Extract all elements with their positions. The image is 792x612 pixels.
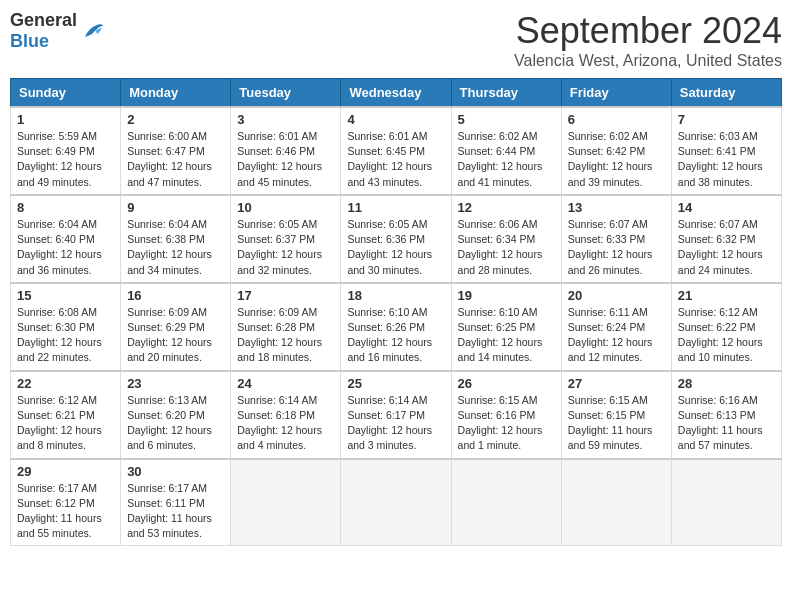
header-monday: Monday (121, 79, 231, 108)
table-row: 9Sunrise: 6:04 AM Sunset: 6:38 PM Daylig… (121, 195, 231, 283)
table-row: 5Sunrise: 6:02 AM Sunset: 6:44 PM Daylig… (451, 107, 561, 195)
day-number: 10 (237, 200, 334, 215)
day-number: 28 (678, 376, 775, 391)
day-number: 19 (458, 288, 555, 303)
table-row (451, 459, 561, 546)
table-row: 4Sunrise: 6:01 AM Sunset: 6:45 PM Daylig… (341, 107, 451, 195)
day-info: Sunrise: 6:09 AM Sunset: 6:29 PM Dayligh… (127, 305, 224, 366)
day-number: 9 (127, 200, 224, 215)
day-number: 11 (347, 200, 444, 215)
day-number: 29 (17, 464, 114, 479)
day-info: Sunrise: 6:10 AM Sunset: 6:26 PM Dayligh… (347, 305, 444, 366)
table-row: 15Sunrise: 6:08 AM Sunset: 6:30 PM Dayli… (11, 283, 121, 371)
day-number: 26 (458, 376, 555, 391)
day-number: 3 (237, 112, 334, 127)
table-row: 16Sunrise: 6:09 AM Sunset: 6:29 PM Dayli… (121, 283, 231, 371)
location-subtitle: Valencia West, Arizona, United States (514, 52, 782, 70)
day-info: Sunrise: 6:17 AM Sunset: 6:11 PM Dayligh… (127, 481, 224, 542)
days-of-week-row: Sunday Monday Tuesday Wednesday Thursday… (11, 79, 782, 108)
table-row: 30Sunrise: 6:17 AM Sunset: 6:11 PM Dayli… (121, 459, 231, 546)
day-info: Sunrise: 6:11 AM Sunset: 6:24 PM Dayligh… (568, 305, 665, 366)
table-row: 7Sunrise: 6:03 AM Sunset: 6:41 PM Daylig… (671, 107, 781, 195)
day-number: 13 (568, 200, 665, 215)
day-info: Sunrise: 6:01 AM Sunset: 6:46 PM Dayligh… (237, 129, 334, 190)
table-row: 18Sunrise: 6:10 AM Sunset: 6:26 PM Dayli… (341, 283, 451, 371)
logo-bird-icon (81, 21, 105, 41)
day-info: Sunrise: 6:15 AM Sunset: 6:16 PM Dayligh… (458, 393, 555, 454)
title-area: September 2024 Valencia West, Arizona, U… (514, 10, 782, 70)
week-row-1: 1Sunrise: 5:59 AM Sunset: 6:49 PM Daylig… (11, 107, 782, 195)
day-number: 6 (568, 112, 665, 127)
day-info: Sunrise: 6:14 AM Sunset: 6:18 PM Dayligh… (237, 393, 334, 454)
day-number: 7 (678, 112, 775, 127)
day-info: Sunrise: 6:07 AM Sunset: 6:32 PM Dayligh… (678, 217, 775, 278)
table-row: 28Sunrise: 6:16 AM Sunset: 6:13 PM Dayli… (671, 371, 781, 459)
day-info: Sunrise: 6:14 AM Sunset: 6:17 PM Dayligh… (347, 393, 444, 454)
day-info: Sunrise: 6:04 AM Sunset: 6:40 PM Dayligh… (17, 217, 114, 278)
week-row-3: 15Sunrise: 6:08 AM Sunset: 6:30 PM Dayli… (11, 283, 782, 371)
table-row: 21Sunrise: 6:12 AM Sunset: 6:22 PM Dayli… (671, 283, 781, 371)
day-number: 21 (678, 288, 775, 303)
table-row: 2Sunrise: 6:00 AM Sunset: 6:47 PM Daylig… (121, 107, 231, 195)
day-number: 16 (127, 288, 224, 303)
day-number: 20 (568, 288, 665, 303)
calendar-table: Sunday Monday Tuesday Wednesday Thursday… (10, 78, 782, 546)
day-info: Sunrise: 6:03 AM Sunset: 6:41 PM Dayligh… (678, 129, 775, 190)
table-row: 23Sunrise: 6:13 AM Sunset: 6:20 PM Dayli… (121, 371, 231, 459)
logo: General Blue (10, 10, 105, 52)
header-wednesday: Wednesday (341, 79, 451, 108)
table-row (341, 459, 451, 546)
day-info: Sunrise: 5:59 AM Sunset: 6:49 PM Dayligh… (17, 129, 114, 190)
table-row (231, 459, 341, 546)
table-row: 24Sunrise: 6:14 AM Sunset: 6:18 PM Dayli… (231, 371, 341, 459)
table-row: 8Sunrise: 6:04 AM Sunset: 6:40 PM Daylig… (11, 195, 121, 283)
logo-blue: Blue (10, 31, 49, 51)
table-row: 29Sunrise: 6:17 AM Sunset: 6:12 PM Dayli… (11, 459, 121, 546)
day-info: Sunrise: 6:17 AM Sunset: 6:12 PM Dayligh… (17, 481, 114, 542)
month-title: September 2024 (514, 10, 782, 52)
day-info: Sunrise: 6:12 AM Sunset: 6:22 PM Dayligh… (678, 305, 775, 366)
logo-text: General Blue (10, 10, 77, 52)
table-row: 3Sunrise: 6:01 AM Sunset: 6:46 PM Daylig… (231, 107, 341, 195)
header-friday: Friday (561, 79, 671, 108)
day-info: Sunrise: 6:05 AM Sunset: 6:37 PM Dayligh… (237, 217, 334, 278)
week-row-5: 29Sunrise: 6:17 AM Sunset: 6:12 PM Dayli… (11, 459, 782, 546)
day-number: 24 (237, 376, 334, 391)
day-number: 15 (17, 288, 114, 303)
table-row: 27Sunrise: 6:15 AM Sunset: 6:15 PM Dayli… (561, 371, 671, 459)
day-number: 22 (17, 376, 114, 391)
table-row: 25Sunrise: 6:14 AM Sunset: 6:17 PM Dayli… (341, 371, 451, 459)
day-info: Sunrise: 6:04 AM Sunset: 6:38 PM Dayligh… (127, 217, 224, 278)
day-info: Sunrise: 6:15 AM Sunset: 6:15 PM Dayligh… (568, 393, 665, 454)
table-row: 11Sunrise: 6:05 AM Sunset: 6:36 PM Dayli… (341, 195, 451, 283)
day-number: 23 (127, 376, 224, 391)
week-row-4: 22Sunrise: 6:12 AM Sunset: 6:21 PM Dayli… (11, 371, 782, 459)
day-info: Sunrise: 6:12 AM Sunset: 6:21 PM Dayligh… (17, 393, 114, 454)
table-row (561, 459, 671, 546)
day-info: Sunrise: 6:08 AM Sunset: 6:30 PM Dayligh… (17, 305, 114, 366)
table-row: 6Sunrise: 6:02 AM Sunset: 6:42 PM Daylig… (561, 107, 671, 195)
week-row-2: 8Sunrise: 6:04 AM Sunset: 6:40 PM Daylig… (11, 195, 782, 283)
day-info: Sunrise: 6:05 AM Sunset: 6:36 PM Dayligh… (347, 217, 444, 278)
day-number: 8 (17, 200, 114, 215)
day-number: 2 (127, 112, 224, 127)
day-number: 5 (458, 112, 555, 127)
day-info: Sunrise: 6:10 AM Sunset: 6:25 PM Dayligh… (458, 305, 555, 366)
table-row: 26Sunrise: 6:15 AM Sunset: 6:16 PM Dayli… (451, 371, 561, 459)
day-info: Sunrise: 6:13 AM Sunset: 6:20 PM Dayligh… (127, 393, 224, 454)
table-row: 1Sunrise: 5:59 AM Sunset: 6:49 PM Daylig… (11, 107, 121, 195)
logo-general: General (10, 10, 77, 30)
calendar-body: 1Sunrise: 5:59 AM Sunset: 6:49 PM Daylig… (11, 107, 782, 546)
day-info: Sunrise: 6:00 AM Sunset: 6:47 PM Dayligh… (127, 129, 224, 190)
table-row (671, 459, 781, 546)
page-header: General Blue September 2024 Valencia Wes… (10, 10, 782, 70)
day-number: 12 (458, 200, 555, 215)
day-number: 30 (127, 464, 224, 479)
day-info: Sunrise: 6:07 AM Sunset: 6:33 PM Dayligh… (568, 217, 665, 278)
day-number: 17 (237, 288, 334, 303)
day-info: Sunrise: 6:02 AM Sunset: 6:44 PM Dayligh… (458, 129, 555, 190)
table-row: 10Sunrise: 6:05 AM Sunset: 6:37 PM Dayli… (231, 195, 341, 283)
day-number: 25 (347, 376, 444, 391)
header-thursday: Thursday (451, 79, 561, 108)
day-number: 4 (347, 112, 444, 127)
